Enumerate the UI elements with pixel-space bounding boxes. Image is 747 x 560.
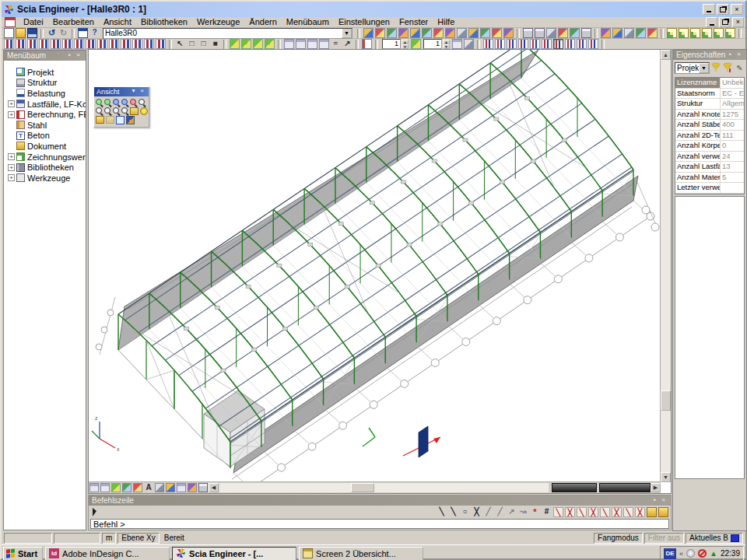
- ucs-icon[interactable]: [636, 28, 646, 38]
- transparent-view-icon[interactable]: [714, 28, 724, 38]
- snap-arc-icon[interactable]: ╲: [600, 507, 610, 517]
- copy-icon[interactable]: [4, 39, 14, 49]
- menu-hilfe[interactable]: Hilfe: [433, 17, 459, 27]
- grid-toggle-icon[interactable]: [177, 483, 186, 492]
- scale-up-spinner[interactable]: 1▲▼: [382, 39, 409, 49]
- concrete-icon[interactable]: [422, 28, 432, 38]
- menu-einstellungen[interactable]: Einstellungen: [334, 17, 395, 27]
- drawing-icon[interactable]: [457, 28, 467, 38]
- status-filter[interactable]: Filter aus: [644, 533, 684, 544]
- start-button[interactable]: Start: [3, 547, 43, 560]
- previous-view-icon[interactable]: [113, 107, 121, 115]
- filter-icon[interactable]: [711, 63, 721, 73]
- document-icon[interactable]: [433, 28, 444, 38]
- bim-icon[interactable]: [480, 28, 490, 38]
- tile-vertical-icon[interactable]: [319, 39, 329, 49]
- activity-filter-icon-1[interactable]: [483, 39, 493, 49]
- snap-center-icon[interactable]: ○: [460, 507, 470, 517]
- ansicht-close-icon[interactable]: ×: [138, 87, 146, 96]
- property-row[interactable]: StrukturAllgemein X...: [675, 99, 744, 110]
- view-top-icon[interactable]: [89, 483, 99, 492]
- zoom-all-icon[interactable]: [139, 99, 146, 107]
- menu-menbaum[interactable]: Menübaum: [282, 17, 334, 27]
- snap-endpoint-icon[interactable]: ╲: [437, 507, 447, 517]
- zoom-window-icon[interactable]: [601, 28, 611, 38]
- sidebar-item-werkzeuge[interactable]: +Werkzeuge: [8, 173, 86, 184]
- mirror-icon[interactable]: [27, 39, 37, 49]
- scroll-right-icon[interactable]: ▶: [651, 483, 661, 492]
- load-icon[interactable]: [375, 28, 385, 38]
- status-unit[interactable]: m: [102, 533, 116, 544]
- flag-icon[interactable]: [133, 483, 142, 492]
- close-button[interactable]: ×: [731, 4, 743, 15]
- join-icon[interactable]: [109, 39, 119, 49]
- sidebar-item-projekt[interactable]: Projekt: [8, 67, 86, 78]
- dot-grid-icon[interactable]: [658, 507, 668, 517]
- snap-point-icon[interactable]: *: [530, 507, 540, 517]
- taskbar-button-scia[interactable]: Scia Engineer - [...: [172, 547, 296, 560]
- shadow-icon[interactable]: [166, 483, 175, 492]
- snap-length-icon[interactable]: ╳: [635, 507, 645, 517]
- hidden-objects-icon[interactable]: [198, 483, 208, 492]
- layers-icon[interactable]: [468, 28, 479, 38]
- expand-icon[interactable]: +: [8, 153, 15, 160]
- named-view-icon[interactable]: [121, 107, 129, 115]
- scroll-left-icon[interactable]: ◀: [209, 483, 219, 492]
- deselect-icon[interactable]: □: [198, 39, 209, 49]
- volume-icon[interactable]: [686, 549, 695, 558]
- zoom-cut-icon[interactable]: [121, 99, 129, 107]
- perspective-view-icon[interactable]: [725, 28, 735, 38]
- status-current-layer[interactable]: Aktuelles B: [686, 533, 743, 544]
- snap-intersection-icon[interactable]: ╳: [565, 507, 575, 517]
- equal-icon[interactable]: =: [331, 39, 341, 49]
- layer-filter-icon-2[interactable]: [577, 39, 587, 49]
- mdi-minimize-button[interactable]: [706, 17, 717, 27]
- shaded-view-icon[interactable]: [679, 28, 689, 38]
- mdi-document-icon[interactable]: [5, 17, 16, 27]
- activity-filter-icon-4[interactable]: [518, 39, 528, 49]
- mesh-icon[interactable]: [387, 28, 397, 38]
- sidebar-item-struktur[interactable]: Struktur: [8, 78, 86, 89]
- text-labels-icon[interactable]: A: [144, 483, 153, 492]
- project-combo-dropdown-icon[interactable]: ▼: [342, 28, 352, 38]
- snap-node-icon[interactable]: ╲: [553, 507, 563, 517]
- sidebar-item-belastung[interactable]: Belastung: [8, 88, 86, 99]
- snap-midpoint-icon[interactable]: ╲: [448, 507, 458, 517]
- status-snap-mode[interactable]: Fangmodus: [594, 533, 643, 544]
- gallery-icon[interactable]: [558, 28, 568, 38]
- hidden-line-view-icon[interactable]: [690, 28, 700, 38]
- selection-filter-icon-2[interactable]: [542, 39, 552, 49]
- expand-icon[interactable]: +: [8, 100, 15, 107]
- property-row[interactable]: LizenznameUnbekannt: [675, 78, 744, 89]
- scale-apply-icon[interactable]: [411, 39, 421, 49]
- render-settings-icon[interactable]: [155, 483, 164, 492]
- vertical-scroll-thumb[interactable]: [661, 390, 671, 411]
- print-preview-icon[interactable]: [535, 28, 545, 38]
- paste-properties-icon[interactable]: [253, 39, 263, 49]
- expand-icon[interactable]: +: [8, 111, 15, 118]
- zoom-all-icon[interactable]: [612, 28, 622, 38]
- sidebar-item-berechnung-fe-netz[interactable]: +Berechnung, FE-Netz: [8, 109, 86, 120]
- activity-filter-icon-3[interactable]: [507, 39, 517, 49]
- sidebar-item-lastf-lle-lf-kombination[interactable]: +Lastfälle, LF-Kombination: [8, 99, 86, 110]
- ansicht-dropdown-icon[interactable]: ▾: [129, 87, 138, 96]
- tile-horizontal-icon[interactable]: [307, 39, 317, 49]
- render-icon[interactable]: [503, 28, 514, 38]
- track-free-icon[interactable]: ↝: [518, 507, 528, 517]
- new-file-icon[interactable]: [4, 28, 14, 38]
- structure-icon[interactable]: [363, 28, 374, 38]
- mdi-restore-button[interactable]: [719, 17, 731, 27]
- language-indicator[interactable]: DE: [664, 548, 676, 559]
- snap-off-icon[interactable]: ╳: [472, 507, 482, 517]
- edit-pencil-icon[interactable]: ✎: [735, 63, 745, 73]
- results-icon[interactable]: [398, 28, 409, 38]
- viewport-horizontal-scrollbar[interactable]: [219, 483, 549, 492]
- save-icon[interactable]: [27, 28, 37, 38]
- layer-filter-icon-3[interactable]: [588, 39, 598, 49]
- menu-werkzeuge[interactable]: Werkzeuge: [192, 17, 244, 27]
- horizontal-scroll-thumb[interactable]: [351, 483, 374, 492]
- library-icon[interactable]: [445, 28, 455, 38]
- taskbar-button-screen2[interactable]: Screen 2 Übersicht...: [299, 547, 423, 560]
- move-icon[interactable]: [16, 39, 26, 49]
- trim-icon[interactable]: [74, 39, 84, 49]
